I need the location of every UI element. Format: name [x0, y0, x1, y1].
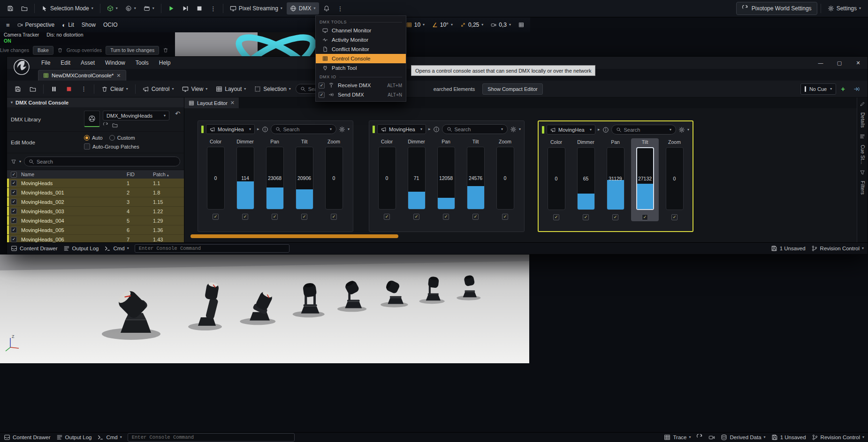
- unsaved-indicator[interactable]: 1 Unsaved: [771, 434, 806, 441]
- frame-skip-button[interactable]: [179, 2, 192, 15]
- lit-dropdown[interactable]: ◐ Lit: [59, 19, 77, 30]
- trash-icon[interactable]: [57, 47, 63, 53]
- fader-zoom[interactable]: Zoom 0 ✓: [661, 138, 688, 221]
- pen-icon[interactable]: [860, 101, 865, 107]
- group-search-input[interactable]: Search ▾: [611, 125, 676, 135]
- output-log-button[interactable]: Output Log: [63, 245, 99, 252]
- custom-radio[interactable]: Custom: [109, 135, 135, 141]
- expand-right-icon[interactable]: ▸: [598, 127, 600, 132]
- dmx-dropdown[interactable]: DMX ▾: [287, 2, 319, 15]
- menu-item-receive-dmx[interactable]: ✓ Receive DMX ALT+M: [316, 81, 406, 90]
- fader-enable-checkbox[interactable]: ✓: [242, 214, 248, 220]
- gear-icon[interactable]: [339, 126, 345, 133]
- menu-item-control-console[interactable]: Control Console: [316, 54, 406, 63]
- view-dropdown[interactable]: View ▾: [178, 83, 211, 95]
- trace-dropdown[interactable]: Trace ▾: [664, 434, 691, 441]
- save-asset-button[interactable]: [11, 83, 25, 95]
- save-button[interactable]: [4, 2, 17, 15]
- pause-dmx-button[interactable]: [47, 83, 61, 95]
- fader-track[interactable]: 65: [577, 147, 595, 210]
- content-drawer-button[interactable]: Content Drawer: [4, 434, 51, 441]
- fader-track[interactable]: 114: [236, 147, 254, 210]
- auto-group-patches-checkbox[interactable]: ✓: [84, 143, 90, 150]
- menu-item-activity-monitor[interactable]: Activity Monitor: [316, 35, 406, 45]
- fader-zoom[interactable]: Zoom 0 ✓: [491, 138, 519, 221]
- left-panel-header[interactable]: ▾ DMX Control Console: [7, 97, 184, 107]
- fixture-checkbox[interactable]: ✓: [11, 217, 17, 224]
- fixture-checkbox[interactable]: ✓: [11, 227, 17, 233]
- expand-right-icon[interactable]: ▸: [428, 127, 431, 131]
- tab-cue-stack[interactable]: Cue St...: [860, 145, 865, 165]
- play-button[interactable]: [165, 2, 178, 15]
- fader-dimmer[interactable]: Dimmer 65 ✓: [572, 138, 600, 221]
- fixture-checkbox[interactable]: ✓: [11, 236, 17, 242]
- fader-track[interactable]: 0: [325, 147, 343, 210]
- fixture-table-header[interactable]: ✓ Name FID Patch ▴: [7, 170, 184, 179]
- 3d-scene-viewport[interactable]: Z: [0, 255, 529, 363]
- fixture-row[interactable]: ✓ MovingHeads 1 1.1: [7, 179, 184, 188]
- refresh-icon[interactable]: [103, 122, 108, 128]
- selection-mode-dropdown[interactable]: Selection Mode ▾: [38, 2, 97, 15]
- maximize-viewport-button[interactable]: [515, 19, 527, 30]
- auto-radio[interactable]: Auto: [84, 135, 103, 141]
- clear-dropdown[interactable]: Clear ▾: [98, 83, 132, 95]
- menu-tools[interactable]: Tools: [130, 57, 154, 69]
- stop-button[interactable]: [193, 2, 206, 15]
- horizontal-scrollbar-thumb[interactable]: [190, 234, 398, 238]
- fader-enable-checkbox[interactable]: ✓: [413, 214, 419, 220]
- fader-enable-checkbox[interactable]: ✓: [213, 214, 219, 220]
- info-icon[interactable]: [433, 126, 440, 133]
- pixel-streaming-dropdown[interactable]: Pixel Streaming ▾: [227, 2, 286, 15]
- menu-edit[interactable]: Edit: [55, 57, 76, 69]
- cmd-dropdown[interactable]: Cmd ▾: [97, 434, 122, 441]
- revision-control-dropdown[interactable]: Revision Control ▾: [811, 245, 864, 252]
- camera-speed-button[interactable]: 0,3 ▾: [487, 19, 514, 30]
- ocio-dropdown[interactable]: OCIO: [100, 19, 121, 30]
- fader-zoom[interactable]: Zoom 0 ✓: [320, 138, 348, 221]
- fader-track[interactable]: 0: [666, 147, 684, 210]
- console-command-input[interactable]: [135, 244, 289, 253]
- fader-group[interactable]: MovingHea ▾ ▸ Search ▾ ▾: [198, 120, 353, 232]
- send-dmx-checkbox[interactable]: ✓: [319, 92, 325, 98]
- select-all-checkbox[interactable]: ✓: [11, 172, 17, 178]
- screenshot-button[interactable]: [708, 434, 715, 441]
- fader-enable-checkbox[interactable]: ✓: [472, 214, 479, 220]
- fader-enable-checkbox[interactable]: ✓: [612, 214, 618, 220]
- fixture-checkbox[interactable]: ✓: [11, 180, 17, 186]
- cue-dropdown[interactable]: No Cue ▾: [800, 83, 836, 95]
- fader-pan[interactable]: Pan 31129 ✓: [602, 138, 629, 221]
- expand-right-icon[interactable]: ▸: [257, 127, 259, 131]
- fixture-row[interactable]: ✓ MovingHeads_001 2 1.8: [7, 188, 184, 197]
- browse-to-asset-icon[interactable]: [112, 122, 118, 128]
- menu-help[interactable]: Help: [154, 57, 176, 69]
- trash-icon[interactable]: [163, 47, 168, 53]
- add-cue-button[interactable]: +: [837, 83, 849, 95]
- fader-enable-checkbox[interactable]: ✓: [583, 214, 589, 220]
- column-patch[interactable]: Patch ▴: [153, 172, 184, 177]
- fader-track[interactable]: 0: [548, 147, 565, 210]
- searched-elements-label[interactable]: earched Elements: [434, 86, 475, 92]
- fader-color[interactable]: Color 0 ✓: [202, 138, 229, 221]
- fader-tilt[interactable]: Tilt 24576 ✓: [462, 138, 489, 221]
- tab-filters[interactable]: Filters: [860, 181, 865, 195]
- cinematics-dropdown[interactable]: ▾: [140, 2, 158, 15]
- cmd-dropdown[interactable]: Cmd ▾: [104, 245, 129, 252]
- filter-funnel-icon[interactable]: [11, 159, 16, 165]
- menu-file[interactable]: File: [36, 57, 55, 69]
- menu-asset[interactable]: Asset: [76, 57, 100, 69]
- menu-item-conflict-monitor[interactable]: Conflict Monitor: [316, 45, 406, 54]
- menu-window[interactable]: Window: [100, 57, 130, 69]
- fader-enable-checkbox[interactable]: ✓: [642, 214, 648, 220]
- fader-track[interactable]: 20906: [296, 147, 313, 210]
- fader-enable-checkbox[interactable]: ✓: [502, 214, 508, 220]
- fader-enable-checkbox[interactable]: ✓: [384, 214, 390, 220]
- fader-tilt-selected[interactable]: Tilt 27132 ✓: [631, 138, 659, 221]
- fader-track[interactable]: 0: [378, 147, 396, 210]
- column-fid[interactable]: FID: [127, 172, 153, 177]
- tab-close-icon[interactable]: ✕: [116, 73, 121, 79]
- fader-enable-checkbox[interactable]: ✓: [553, 214, 559, 220]
- fader-track[interactable]: 0: [496, 147, 514, 210]
- gear-icon[interactable]: [678, 127, 685, 133]
- rotation-snap-toggle[interactable]: ∠ 10° ▾: [429, 19, 456, 30]
- fader-dimmer[interactable]: Dimmer 114 ✓: [231, 138, 259, 221]
